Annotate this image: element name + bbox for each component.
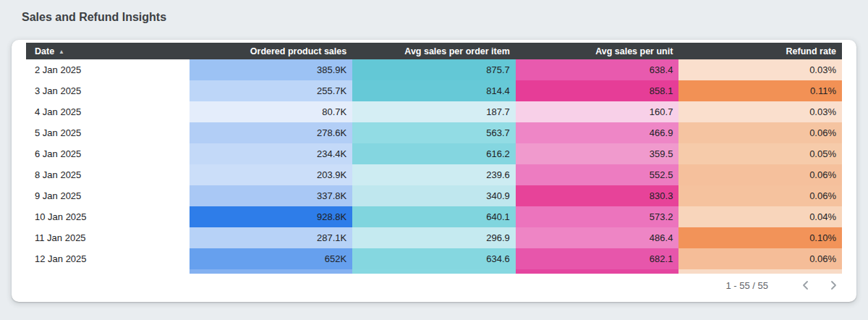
report-canvas: Sales and Refund Insights Date▲ Ordered …	[0, 0, 868, 320]
heatmap-value-cell: 682.1	[516, 248, 679, 269]
heatmap-value-cell: 385.9K	[190, 59, 353, 80]
sales-refund-table: Date▲ Ordered product sales Avg sales pe…	[26, 43, 842, 274]
column-header-avg-sales-per-order-item[interactable]: Avg sales per order item	[352, 43, 516, 59]
table-row: 2 Jan 2025385.9K875.7638.40.03%	[26, 59, 842, 80]
pagination-prev-button[interactable]	[797, 277, 814, 294]
table-card: Date▲ Ordered product sales Avg sales pe…	[12, 40, 856, 302]
date-cell: 2 Jan 2025	[26, 59, 190, 80]
heatmap-value-cell: 640.1	[352, 206, 516, 227]
heatmap-value-cell: 652K	[190, 248, 353, 269]
date-cell: 5 Jan 2025	[26, 122, 190, 143]
heatmap-value-cell: 278.6K	[190, 122, 353, 143]
heatmap-value-cell: 0.03%	[678, 59, 842, 80]
heatmap-value-cell: 638.4	[516, 59, 679, 80]
heatmap-value-cell: 830.3	[516, 185, 679, 206]
column-header-refund-rate[interactable]: Refund rate	[678, 43, 842, 59]
heatmap-value-cell: 928.8K	[190, 206, 353, 227]
heatmap-value-cell	[190, 269, 353, 274]
table-row: 4 Jan 202580.7K187.7160.70.03%	[26, 101, 842, 122]
chevron-left-icon	[800, 279, 812, 291]
heatmap-value-cell: 337.8K	[190, 185, 353, 206]
date-cell: 11 Jan 2025	[26, 227, 190, 248]
column-header-avg-sales-per-unit[interactable]: Avg sales per unit	[516, 43, 679, 59]
heatmap-value-cell: 0.11%	[678, 80, 842, 101]
heatmap-value-cell	[678, 269, 842, 274]
sort-ascending-icon: ▲	[59, 49, 64, 55]
table-row: 11 Jan 2025287.1K296.9486.40.10%	[26, 227, 842, 248]
heatmap-value-cell: 296.9	[352, 227, 516, 248]
heatmap-value-cell: 160.7	[516, 101, 679, 122]
table-row: 3 Jan 2025255.7K814.4858.10.11%	[26, 80, 842, 101]
date-cell: 12 Jan 2025	[26, 248, 190, 269]
pagination: 1 - 55 / 55	[726, 277, 842, 294]
heatmap-value-cell: 573.2	[516, 206, 679, 227]
heatmap-value-cell: 466.9	[516, 122, 679, 143]
table-row: 8 Jan 2025203.9K239.6552.50.06%	[26, 164, 842, 185]
pagination-next-button[interactable]	[825, 277, 842, 294]
heatmap-value-cell: 359.5	[516, 143, 679, 164]
heatmap-value-cell: 486.4	[516, 227, 679, 248]
heatmap-value-cell: 634.6	[352, 248, 516, 269]
table-row: 10 Jan 2025928.8K640.1573.20.04%	[26, 206, 842, 227]
heatmap-value-cell	[352, 269, 516, 274]
heatmap-value-cell: 340.9	[352, 185, 516, 206]
heatmap-value-cell	[516, 269, 679, 274]
column-header-label: Date	[35, 46, 54, 56]
date-cell: 10 Jan 2025	[26, 206, 190, 227]
table-row: 9 Jan 2025337.8K340.9830.30.06%	[26, 185, 842, 206]
heatmap-value-cell: 203.9K	[190, 164, 353, 185]
heatmap-value-cell: 80.7K	[190, 101, 353, 122]
table-row: 5 Jan 2025278.6K563.7466.90.06%	[26, 122, 842, 143]
date-cell: 3 Jan 2025	[26, 80, 190, 101]
heatmap-value-cell: 0.10%	[678, 227, 842, 248]
heatmap-value-cell: 255.7K	[190, 80, 353, 101]
heatmap-value-cell: 563.7	[352, 122, 516, 143]
table-row: 6 Jan 2025234.4K616.2359.50.05%	[26, 143, 842, 164]
heatmap-value-cell: 287.1K	[190, 227, 353, 248]
table-body: 2 Jan 2025385.9K875.7638.40.03%3 Jan 202…	[26, 59, 842, 274]
column-header-date[interactable]: Date▲	[26, 43, 190, 59]
heatmap-value-cell: 187.7	[352, 101, 516, 122]
pagination-range-label: 1 - 55 / 55	[726, 280, 768, 291]
column-header-ordered-product-sales[interactable]: Ordered product sales	[190, 43, 353, 59]
heatmap-value-cell: 239.6	[352, 164, 516, 185]
heatmap-value-cell: 0.06%	[678, 122, 842, 143]
date-cell: 8 Jan 2025	[26, 164, 190, 185]
table-row: 12 Jan 2025652K634.6682.10.06%	[26, 248, 842, 269]
date-cell	[26, 269, 190, 274]
heatmap-value-cell: 0.06%	[678, 185, 842, 206]
heatmap-value-cell: 814.4	[352, 80, 516, 101]
heatmap-value-cell: 234.4K	[190, 143, 353, 164]
heatmap-value-cell: 858.1	[516, 80, 679, 101]
heatmap-value-cell: 0.03%	[678, 101, 842, 122]
heatmap-value-cell: 0.06%	[678, 164, 842, 185]
heatmap-value-cell: 0.06%	[678, 248, 842, 269]
date-cell: 9 Jan 2025	[26, 185, 190, 206]
heatmap-value-cell: 875.7	[352, 59, 516, 80]
table-header: Date▲ Ordered product sales Avg sales pe…	[26, 43, 842, 59]
heatmap-value-cell: 552.5	[516, 164, 679, 185]
table-row-partial	[26, 269, 842, 274]
heatmap-value-cell: 0.04%	[678, 206, 842, 227]
chevron-right-icon	[827, 279, 839, 291]
date-cell: 4 Jan 2025	[26, 101, 190, 122]
date-cell: 6 Jan 2025	[26, 143, 190, 164]
page-title: Sales and Refund Insights	[22, 11, 166, 24]
heatmap-value-cell: 0.05%	[678, 143, 842, 164]
heatmap-value-cell: 616.2	[352, 143, 516, 164]
